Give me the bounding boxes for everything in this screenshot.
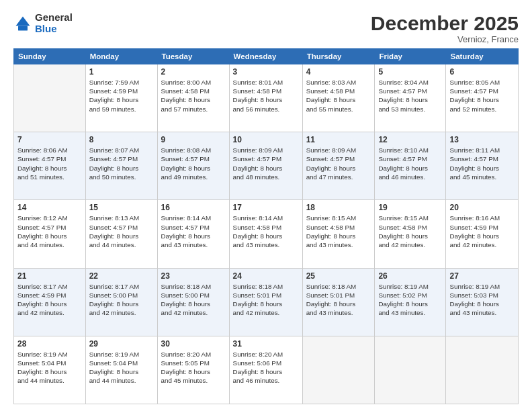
day-number: 29 (89, 339, 154, 349)
day-number: 12 (378, 135, 442, 144)
daylight-text: Daylight: 8 hours (233, 95, 299, 104)
header-monday: Monday (85, 49, 157, 64)
daylight-text: Daylight: 8 hours (233, 164, 299, 173)
day-number: 17 (233, 203, 299, 212)
sunset-text: Sunset: 4:58 PM (161, 87, 226, 95)
calendar-week-row: 21 Sunrise: 8:17 AM Sunset: 4:59 PM Dayl… (14, 268, 519, 336)
calendar-cell: 6 Sunrise: 8:05 AM Sunset: 4:57 PM Dayli… (446, 64, 519, 132)
sunrise-text: Sunrise: 8:09 AM (233, 146, 299, 154)
daylight-text: Daylight: 8 hours (306, 95, 371, 104)
sunrise-text: Sunrise: 8:17 AM (89, 282, 154, 291)
sunrise-text: Sunrise: 8:15 AM (306, 214, 371, 222)
day-number: 31 (233, 339, 299, 349)
weekday-header-row: Sunday Monday Tuesday Wednesday Thursday… (14, 49, 519, 64)
calendar-cell: 27 Sunrise: 8:19 AM Sunset: 5:03 PM Dayl… (446, 268, 519, 336)
day-number: 7 (17, 135, 82, 144)
sunset-text: Sunset: 5:00 PM (89, 291, 154, 300)
daylight-text: Daylight: 8 hours (306, 232, 371, 240)
header-tuesday: Tuesday (157, 49, 229, 64)
calendar-week-row: 7 Sunrise: 8:06 AM Sunset: 4:57 PM Dayli… (14, 132, 519, 200)
daylight-minutes-text: and 46 minutes. (233, 376, 299, 385)
day-number: 14 (17, 203, 82, 212)
daylight-text: Daylight: 8 hours (378, 300, 442, 308)
sunrise-text: Sunrise: 8:03 AM (306, 78, 371, 87)
sunset-text: Sunset: 4:57 PM (306, 154, 371, 163)
day-number: 21 (17, 271, 82, 281)
daylight-minutes-text: and 42 minutes. (17, 308, 82, 317)
daylight-minutes-text: and 46 minutes. (378, 173, 442, 181)
sunset-text: Sunset: 5:05 PM (161, 359, 226, 367)
daylight-minutes-text: and 56 minutes. (233, 105, 299, 113)
svg-marker-0 (16, 16, 30, 26)
daylight-minutes-text: and 45 minutes. (161, 376, 226, 385)
day-number: 23 (161, 271, 226, 281)
day-number: 9 (161, 135, 226, 144)
daylight-minutes-text: and 53 minutes. (378, 105, 442, 113)
calendar-cell: 10 Sunrise: 8:09 AM Sunset: 4:57 PM Dayl… (229, 132, 302, 200)
sunrise-text: Sunrise: 8:07 AM (89, 146, 154, 154)
calendar-cell (14, 64, 86, 132)
day-number: 24 (233, 271, 299, 281)
daylight-text: Daylight: 8 hours (161, 300, 226, 308)
sunrise-text: Sunrise: 8:15 AM (378, 214, 442, 222)
day-number: 28 (17, 339, 82, 349)
calendar-cell: 1 Sunrise: 7:59 AM Sunset: 4:59 PM Dayli… (85, 64, 157, 132)
day-number: 26 (378, 271, 442, 281)
daylight-minutes-text: and 57 minutes. (161, 105, 226, 113)
calendar-week-row: 28 Sunrise: 8:19 AM Sunset: 5:04 PM Dayl… (14, 336, 519, 404)
sunset-text: Sunset: 4:58 PM (378, 223, 442, 232)
calendar-cell: 17 Sunrise: 8:14 AM Sunset: 4:58 PM Dayl… (229, 200, 302, 268)
daylight-minutes-text: and 43 minutes. (378, 308, 442, 317)
day-number: 20 (449, 203, 515, 212)
calendar-cell: 9 Sunrise: 8:08 AM Sunset: 4:57 PM Dayli… (157, 132, 229, 200)
logo: General Blue (13, 12, 73, 34)
calendar-cell: 15 Sunrise: 8:13 AM Sunset: 4:57 PM Dayl… (85, 200, 157, 268)
sunrise-text: Sunrise: 8:18 AM (306, 282, 371, 291)
sunrise-text: Sunrise: 8:18 AM (233, 282, 299, 291)
daylight-minutes-text: and 59 minutes. (89, 105, 154, 113)
calendar-cell: 30 Sunrise: 8:20 AM Sunset: 5:05 PM Dayl… (157, 336, 229, 404)
header: General Blue December 2025 Vernioz, Fran… (13, 12, 519, 44)
sunset-text: Sunset: 5:00 PM (161, 291, 226, 300)
daylight-text: Daylight: 8 hours (89, 164, 154, 173)
day-number: 15 (89, 203, 154, 212)
sunrise-text: Sunrise: 8:12 AM (17, 214, 82, 222)
sunrise-text: Sunrise: 8:17 AM (17, 282, 82, 291)
day-number: 13 (449, 135, 515, 144)
sunset-text: Sunset: 4:57 PM (161, 223, 226, 232)
daylight-minutes-text: and 43 minutes. (233, 240, 299, 249)
daylight-text: Daylight: 8 hours (161, 367, 226, 376)
calendar-cell: 24 Sunrise: 8:18 AM Sunset: 5:01 PM Dayl… (229, 268, 302, 336)
sunset-text: Sunset: 4:58 PM (233, 87, 299, 95)
daylight-text: Daylight: 8 hours (306, 164, 371, 173)
daylight-minutes-text: and 44 minutes. (89, 240, 154, 249)
day-number: 11 (306, 135, 371, 144)
daylight-minutes-text: and 52 minutes. (449, 105, 515, 113)
sunset-text: Sunset: 4:57 PM (233, 154, 299, 163)
daylight-text: Daylight: 8 hours (378, 164, 442, 173)
header-wednesday: Wednesday (229, 49, 302, 64)
day-number: 16 (161, 203, 226, 212)
sunset-text: Sunset: 5:04 PM (17, 359, 82, 367)
sunrise-text: Sunrise: 8:19 AM (449, 282, 515, 291)
sunrise-text: Sunrise: 8:18 AM (161, 282, 226, 291)
sunset-text: Sunset: 4:57 PM (378, 154, 442, 163)
location: Vernioz, France (371, 34, 519, 44)
daylight-minutes-text: and 42 minutes. (449, 240, 515, 249)
sunrise-text: Sunrise: 8:01 AM (233, 78, 299, 87)
day-number: 25 (306, 271, 371, 281)
sunset-text: Sunset: 5:03 PM (449, 291, 515, 300)
sunrise-text: Sunrise: 8:10 AM (378, 146, 442, 154)
calendar-cell: 23 Sunrise: 8:18 AM Sunset: 5:00 PM Dayl… (157, 268, 229, 336)
sunrise-text: Sunrise: 8:20 AM (161, 350, 226, 359)
daylight-minutes-text: and 44 minutes. (17, 240, 82, 249)
calendar-cell: 4 Sunrise: 8:03 AM Sunset: 4:58 PM Dayli… (302, 64, 375, 132)
sunrise-text: Sunrise: 8:08 AM (161, 146, 226, 154)
daylight-minutes-text: and 43 minutes. (449, 308, 515, 317)
calendar-cell: 16 Sunrise: 8:14 AM Sunset: 4:57 PM Dayl… (157, 200, 229, 268)
daylight-text: Daylight: 8 hours (161, 232, 226, 240)
daylight-text: Daylight: 8 hours (17, 164, 82, 173)
sunset-text: Sunset: 4:59 PM (449, 223, 515, 232)
calendar-cell: 2 Sunrise: 8:00 AM Sunset: 4:58 PM Dayli… (157, 64, 229, 132)
title-block: December 2025 Vernioz, France (371, 12, 519, 44)
